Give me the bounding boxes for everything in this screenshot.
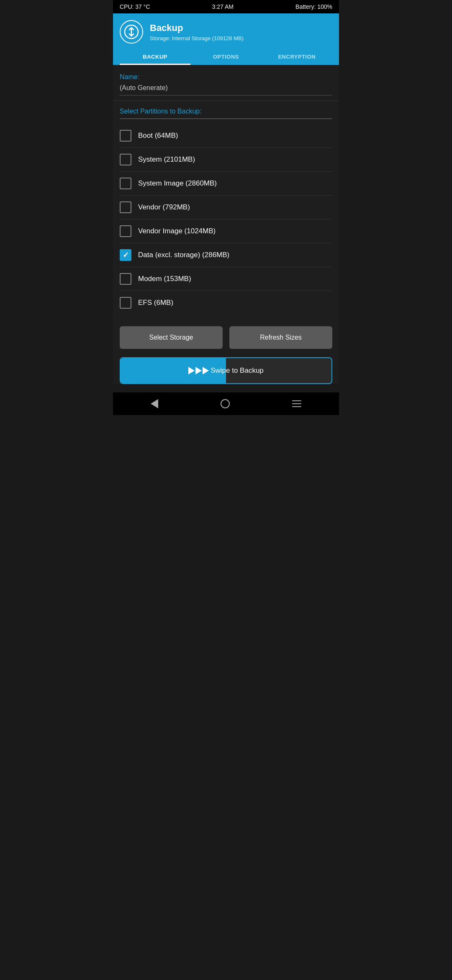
time-status: 3:27 AM xyxy=(212,3,234,10)
boot-checkbox[interactable] xyxy=(120,130,131,142)
tab-encryption[interactable]: ENCRYPTION xyxy=(262,49,332,65)
vendor-label: Vendor (792MB) xyxy=(138,203,190,211)
vendor-checkbox[interactable] xyxy=(120,201,131,213)
storage-subtitle: Storage: Internal Storage (109128 MB) xyxy=(150,35,244,41)
vendor-image-checkbox[interactable] xyxy=(120,225,131,237)
cpu-status: CPU: 37 °C xyxy=(120,3,150,10)
list-item[interactable]: Vendor (792MB) xyxy=(120,196,332,219)
data-checkbox[interactable] xyxy=(120,249,131,261)
refresh-sizes-button[interactable]: Refresh Sizes xyxy=(229,326,332,349)
modem-label: Modem (153MB) xyxy=(138,275,191,283)
back-icon[interactable] xyxy=(151,399,158,408)
swipe-fill xyxy=(121,358,226,383)
system-label: System (2101MB) xyxy=(138,155,195,164)
list-item[interactable]: Boot (64MB) xyxy=(120,124,332,148)
efs-checkbox[interactable] xyxy=(120,297,131,309)
tab-bar: BACKUP OPTIONS ENCRYPTION xyxy=(120,49,332,65)
name-section: Name: (Auto Generate) xyxy=(113,65,339,101)
main-content: Name: (Auto Generate) Select Partitions … xyxy=(113,65,339,384)
select-storage-button[interactable]: Select Storage xyxy=(120,326,223,349)
swipe-to-backup-button[interactable]: Swipe to Backup xyxy=(120,357,332,384)
action-buttons: Select Storage Refresh Sizes xyxy=(113,318,339,357)
app-header: Backup Storage: Internal Storage (109128… xyxy=(113,13,339,65)
partitions-label: Select Partitions to Backup: xyxy=(120,108,332,119)
tab-backup[interactable]: BACKUP xyxy=(120,49,190,65)
vendor-image-label: Vendor Image (1024MB) xyxy=(138,227,216,235)
app-title: Backup xyxy=(150,23,244,34)
list-item[interactable]: Data (excl. storage) (286MB) xyxy=(120,243,332,267)
system-checkbox[interactable] xyxy=(120,154,131,165)
partitions-section: Select Partitions to Backup: Boot (64MB)… xyxy=(113,101,339,318)
system-image-checkbox[interactable] xyxy=(120,178,131,189)
partition-list: Boot (64MB) System (2101MB) System Image… xyxy=(120,124,332,315)
efs-label: EFS (6MB) xyxy=(138,299,173,307)
system-image-label: System Image (2860MB) xyxy=(138,179,217,188)
battery-status: Battery: 100% xyxy=(295,3,332,10)
menu-icon[interactable] xyxy=(292,400,301,407)
list-item[interactable]: Modem (153MB) xyxy=(120,267,332,291)
list-item[interactable]: EFS (6MB) xyxy=(120,291,332,315)
list-item[interactable]: System Image (2860MB) xyxy=(120,172,332,196)
modem-checkbox[interactable] xyxy=(120,273,131,285)
list-item[interactable]: System (2101MB) xyxy=(120,148,332,172)
status-bar: CPU: 37 °C 3:27 AM Battery: 100% xyxy=(113,0,339,13)
name-value[interactable]: (Auto Generate) xyxy=(120,84,332,95)
home-icon[interactable] xyxy=(221,399,230,408)
nav-bar xyxy=(113,392,339,415)
app-icon xyxy=(120,20,143,44)
boot-label: Boot (64MB) xyxy=(138,132,178,140)
name-label: Name: xyxy=(120,73,332,81)
tab-options[interactable]: OPTIONS xyxy=(190,49,261,65)
list-item[interactable]: Vendor Image (1024MB) xyxy=(120,219,332,243)
data-label: Data (excl. storage) (286MB) xyxy=(138,251,229,259)
